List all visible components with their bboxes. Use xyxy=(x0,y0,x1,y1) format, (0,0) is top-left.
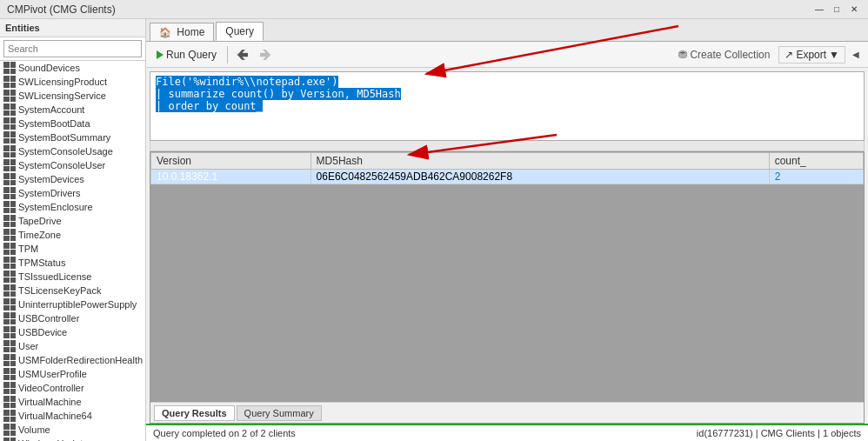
toolbar-divider-1 xyxy=(227,46,228,63)
sidebar-item[interactable]: SystemEnclosure xyxy=(0,200,145,214)
sidebar-item[interactable]: SoundDevices xyxy=(0,61,145,75)
entity-grid-icon xyxy=(3,326,16,338)
search-input[interactable] xyxy=(3,40,142,57)
col-count: count_ xyxy=(769,153,863,170)
tab-query[interactable]: Query xyxy=(216,22,264,41)
tab-query-label: Query xyxy=(225,25,254,37)
entity-grid-icon xyxy=(3,90,16,102)
sidebar-header: Entities xyxy=(0,19,145,37)
results-table-container[interactable]: Version MD5Hash count_ 10.0.18362.1 06E6… xyxy=(150,152,864,402)
forward-icon: 🡺 xyxy=(259,48,271,62)
query-selected-text-3: | order by count_ xyxy=(156,100,263,112)
sidebar-item[interactable]: SystemAccount xyxy=(0,103,145,117)
sidebar-item[interactable]: TimeZone xyxy=(0,228,145,242)
horizontal-scrollbar[interactable] xyxy=(150,141,865,151)
sidebar-item[interactable]: SWLicensingProduct xyxy=(0,75,145,89)
sidebar-item-label: USBDevice xyxy=(18,327,67,337)
forward-button[interactable]: 🡺 xyxy=(256,46,275,63)
sidebar: Entities SoundDevices SWLicensingProduct… xyxy=(0,19,146,441)
run-query-label: Run Query xyxy=(166,49,217,61)
status-right: id(16777231) | CMG Clients | 1 objects xyxy=(697,428,861,438)
sidebar-item[interactable]: WindowsUpdate xyxy=(0,437,145,441)
sidebar-item-label: USMFolderRedirectionHealth xyxy=(18,355,143,365)
sidebar-item[interactable]: SystemBootData xyxy=(0,117,145,130)
sidebar-item[interactable]: USBDevice xyxy=(0,325,145,339)
sidebar-item-label: SWLicensingProduct xyxy=(18,77,107,87)
entity-grid-icon xyxy=(3,298,16,311)
entity-grid-icon xyxy=(3,62,16,74)
sidebar-item[interactable]: USMFolderRedirectionHealth xyxy=(0,353,145,367)
export-dropdown-icon: ▼ xyxy=(829,49,839,61)
entity-grid-icon xyxy=(3,410,16,422)
query-selected-text-1: File('%windir%\\notepad.exe') xyxy=(156,76,338,88)
sidebar-list[interactable]: SoundDevices SWLicensingProduct SWLicens… xyxy=(0,61,145,441)
entity-grid-icon xyxy=(3,131,16,144)
sidebar-item[interactable]: TSLicenseKeyPack xyxy=(0,284,145,297)
sidebar-item[interactable]: TPM xyxy=(0,242,145,256)
entity-grid-icon xyxy=(3,284,16,297)
sidebar-item-label: SystemDevices xyxy=(18,174,84,184)
entity-grid-icon xyxy=(3,145,16,157)
sidebar-item[interactable]: VirtualMachine64 xyxy=(0,409,145,423)
sidebar-item[interactable]: TapeDrive xyxy=(0,214,145,228)
entity-grid-icon xyxy=(3,424,16,436)
sidebar-item[interactable]: SystemBootSummary xyxy=(0,130,145,144)
sidebar-item[interactable]: SystemDrivers xyxy=(0,186,145,200)
export-arrow-icon: ↗ xyxy=(785,49,793,61)
maximize-button[interactable]: □ xyxy=(830,3,844,17)
tab-query-summary[interactable]: Query Summary xyxy=(237,405,322,421)
query-line-3: | order by count_ xyxy=(156,100,858,112)
sidebar-item-label: SystemBootData xyxy=(18,118,90,129)
sidebar-item-label: SWLicensingService xyxy=(18,90,106,101)
sidebar-item[interactable]: UninterruptiblePowerSupply xyxy=(0,297,145,311)
content-area: 🏠 Home Query Run Query 🡸 🡺 ⛃ Cre xyxy=(146,19,868,441)
create-collection-button[interactable]: ⛃ Create Collection xyxy=(673,47,775,63)
titlebar: CMPivot (CMG Clients) — □ ✕ xyxy=(0,0,868,19)
sidebar-item-label: VideoController xyxy=(18,383,84,393)
sidebar-item-label: Volume xyxy=(18,424,50,435)
sidebar-item[interactable]: SystemConsoleUser xyxy=(0,158,145,172)
entity-grid-icon xyxy=(3,396,16,408)
titlebar-title: CMPivot (CMG Clients) xyxy=(7,3,116,16)
sidebar-item-label: TimeZone xyxy=(18,230,61,240)
sidebar-item[interactable]: TSIssuedLicense xyxy=(0,270,145,284)
cell-md5hash: 06E6C0482562459ADB462CA9008262F8 xyxy=(310,170,769,184)
entity-grid-icon xyxy=(3,382,16,394)
results-table: Version MD5Hash count_ 10.0.18362.1 06E6… xyxy=(150,152,864,184)
tab-home[interactable]: 🏠 Home xyxy=(150,23,214,41)
entity-grid-icon xyxy=(3,257,16,269)
sidebar-item[interactable]: VirtualMachine xyxy=(0,395,145,409)
col-md5hash: MD5Hash xyxy=(310,153,769,170)
table-header-row: Version MD5Hash count_ xyxy=(151,153,864,170)
export-button[interactable]: ↗ Export ▼ xyxy=(778,46,845,63)
minimize-button[interactable]: — xyxy=(812,3,826,17)
sidebar-item[interactable]: SWLicensingService xyxy=(0,89,145,103)
entity-grid-icon xyxy=(3,201,16,213)
sidebar-item[interactable]: USMUserProfile xyxy=(0,367,145,381)
tab-query-results[interactable]: Query Results xyxy=(154,405,235,421)
sidebar-item-label: SystemEnclosure xyxy=(18,202,93,212)
sidebar-item-label: SystemConsoleUser xyxy=(18,160,105,170)
sidebar-item-label: VirtualMachine xyxy=(18,397,82,407)
main-container: Entities SoundDevices SWLicensingProduct… xyxy=(0,19,868,441)
entity-grid-icon xyxy=(3,354,16,366)
back-button[interactable]: 🡸 xyxy=(233,46,252,63)
query-editor[interactable]: File('%windir%\\notepad.exe') | summariz… xyxy=(150,71,865,141)
toolbar-collapse-button[interactable]: ◀ xyxy=(849,48,863,61)
sidebar-item[interactable]: VideoController xyxy=(0,381,145,395)
sidebar-item[interactable]: USBController xyxy=(0,311,145,325)
table-row[interactable]: 10.0.18362.1 06E6C0482562459ADB462CA9008… xyxy=(151,170,864,184)
run-query-button[interactable]: Run Query xyxy=(151,47,222,63)
cell-count[interactable]: 2 xyxy=(769,170,863,184)
sidebar-item-label: SystemConsoleUsage xyxy=(18,146,113,157)
sidebar-item[interactable]: TPMStatus xyxy=(0,256,145,270)
sidebar-item-label: UninterruptiblePowerSupply xyxy=(18,299,137,310)
sidebar-item[interactable]: SystemConsoleUsage xyxy=(0,144,145,158)
sidebar-item[interactable]: User xyxy=(0,339,145,353)
close-button[interactable]: ✕ xyxy=(847,3,861,17)
sidebar-item-label: SystemAccount xyxy=(18,104,84,115)
sidebar-item[interactable]: Volume xyxy=(0,423,145,437)
sidebar-item[interactable]: SystemDevices xyxy=(0,172,145,186)
tabbar: 🏠 Home Query xyxy=(146,19,868,42)
entity-grid-icon xyxy=(3,243,16,255)
